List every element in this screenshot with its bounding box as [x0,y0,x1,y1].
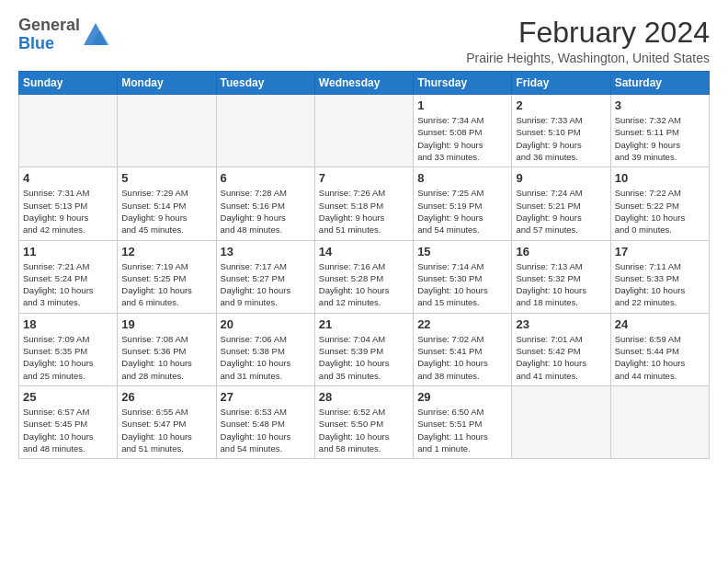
day-number: 13 [221,245,311,259]
day-number: 17 [615,245,705,259]
weekday-monday: Monday [118,72,216,95]
day-number: 10 [615,171,705,185]
day-info: Sunrise: 7:25 AMSunset: 5:19 PMDaylight:… [417,187,507,236]
logo-blue: Blue [18,34,54,52]
calendar-week-1: 1Sunrise: 7:34 AMSunset: 5:08 PMDaylight… [19,95,710,167]
day-info: Sunrise: 6:59 AMSunset: 5:44 PMDaylight:… [615,333,705,382]
calendar-cell: 26Sunrise: 6:55 AMSunset: 5:47 PMDayligh… [118,385,216,458]
day-info: Sunrise: 7:09 AMSunset: 5:35 PMDaylight:… [23,333,113,382]
calendar-cell: 19Sunrise: 7:08 AMSunset: 5:36 PMDayligh… [118,313,216,385]
calendar-cell: 28Sunrise: 6:52 AMSunset: 5:50 PMDayligh… [314,385,413,458]
day-number: 9 [516,171,606,185]
weekday-tuesday: Tuesday [216,72,314,95]
day-number: 6 [221,171,311,185]
calendar-cell: 18Sunrise: 7:09 AMSunset: 5:35 PMDayligh… [19,313,118,385]
calendar-week-2: 4Sunrise: 7:31 AMSunset: 5:13 PMDaylight… [19,167,710,240]
day-info: Sunrise: 6:52 AMSunset: 5:50 PMDaylight:… [319,406,409,454]
calendar-cell [512,385,610,458]
day-info: Sunrise: 7:28 AMSunset: 5:16 PMDaylight:… [221,187,311,236]
calendar-cell [118,95,216,167]
day-number: 14 [319,245,409,259]
calendar-cell [19,95,118,167]
weekday-thursday: Thursday [414,72,512,95]
day-info: Sunrise: 7:14 AMSunset: 5:30 PMDaylight:… [417,260,507,309]
calendar-page: General Blue February 2024 Prairie Heigh… [0,0,728,468]
day-number: 1 [417,98,507,112]
logo-text: General Blue [18,17,80,53]
day-number: 19 [121,317,211,331]
day-info: Sunrise: 7:13 AMSunset: 5:32 PMDaylight:… [516,260,606,309]
calendar-cell: 1Sunrise: 7:34 AMSunset: 5:08 PMDaylight… [414,95,512,167]
day-info: Sunrise: 7:06 AMSunset: 5:38 PMDaylight:… [221,333,311,382]
day-info: Sunrise: 7:11 AMSunset: 5:33 PMDaylight:… [615,260,705,309]
day-number: 25 [23,390,113,404]
day-number: 7 [319,171,409,185]
day-info: Sunrise: 7:08 AMSunset: 5:36 PMDaylight:… [121,333,211,382]
day-info: Sunrise: 7:17 AMSunset: 5:27 PMDaylight:… [221,260,311,309]
day-number: 16 [516,245,606,259]
day-info: Sunrise: 7:21 AMSunset: 5:24 PMDaylight:… [23,260,113,309]
day-number: 12 [121,245,211,259]
calendar-cell: 17Sunrise: 7:11 AMSunset: 5:33 PMDayligh… [610,240,709,313]
logo-icon [82,21,109,47]
day-number: 8 [417,171,507,185]
calendar-cell: 22Sunrise: 7:02 AMSunset: 5:41 PMDayligh… [414,313,512,385]
day-number: 23 [516,317,606,331]
day-info: Sunrise: 7:04 AMSunset: 5:39 PMDaylight:… [319,333,409,382]
calendar-cell: 20Sunrise: 7:06 AMSunset: 5:38 PMDayligh… [216,313,314,385]
day-info: Sunrise: 7:31 AMSunset: 5:13 PMDaylight:… [23,187,113,236]
calendar-week-5: 25Sunrise: 6:57 AMSunset: 5:45 PMDayligh… [19,385,710,458]
header: General Blue February 2024 Prairie Heigh… [18,17,710,65]
day-number: 24 [615,317,705,331]
calendar-cell: 10Sunrise: 7:22 AMSunset: 5:22 PMDayligh… [610,167,709,240]
calendar-cell: 2Sunrise: 7:33 AMSunset: 5:10 PMDaylight… [512,95,610,167]
day-number: 2 [516,98,606,112]
day-info: Sunrise: 7:26 AMSunset: 5:18 PMDaylight:… [319,187,409,236]
calendar-cell: 27Sunrise: 6:53 AMSunset: 5:48 PMDayligh… [216,385,314,458]
calendar-week-3: 11Sunrise: 7:21 AMSunset: 5:24 PMDayligh… [19,240,710,313]
calendar-cell: 13Sunrise: 7:17 AMSunset: 5:27 PMDayligh… [216,240,314,313]
day-info: Sunrise: 7:33 AMSunset: 5:10 PMDaylight:… [516,114,606,163]
calendar-cell: 23Sunrise: 7:01 AMSunset: 5:42 PMDayligh… [512,313,610,385]
calendar-cell [216,95,314,167]
day-info: Sunrise: 7:32 AMSunset: 5:11 PMDaylight:… [615,114,705,163]
day-number: 3 [615,98,705,112]
logo-general: General [18,16,80,34]
calendar-cell: 25Sunrise: 6:57 AMSunset: 5:45 PMDayligh… [19,385,118,458]
day-info: Sunrise: 7:16 AMSunset: 5:28 PMDaylight:… [319,260,409,309]
title-block: February 2024 Prairie Heights, Washingto… [466,17,710,65]
calendar-cell: 11Sunrise: 7:21 AMSunset: 5:24 PMDayligh… [19,240,118,313]
calendar-cell: 29Sunrise: 6:50 AMSunset: 5:51 PMDayligh… [414,385,512,458]
day-number: 27 [221,390,311,404]
day-info: Sunrise: 7:34 AMSunset: 5:08 PMDaylight:… [417,114,507,163]
calendar-cell [314,95,413,167]
day-info: Sunrise: 7:29 AMSunset: 5:14 PMDaylight:… [121,187,211,236]
day-info: Sunrise: 6:53 AMSunset: 5:48 PMDaylight:… [221,406,311,454]
day-info: Sunrise: 7:19 AMSunset: 5:25 PMDaylight:… [121,260,211,309]
day-number: 11 [23,245,113,259]
day-info: Sunrise: 7:02 AMSunset: 5:41 PMDaylight:… [417,333,507,382]
calendar-cell: 8Sunrise: 7:25 AMSunset: 5:19 PMDaylight… [414,167,512,240]
calendar-cell: 14Sunrise: 7:16 AMSunset: 5:28 PMDayligh… [314,240,413,313]
calendar-cell: 16Sunrise: 7:13 AMSunset: 5:32 PMDayligh… [512,240,610,313]
calendar-cell: 21Sunrise: 7:04 AMSunset: 5:39 PMDayligh… [314,313,413,385]
day-info: Sunrise: 6:55 AMSunset: 5:47 PMDaylight:… [121,406,211,454]
day-number: 29 [417,390,507,404]
day-number: 5 [121,171,211,185]
calendar-cell: 5Sunrise: 7:29 AMSunset: 5:14 PMDaylight… [118,167,216,240]
calendar-cell: 4Sunrise: 7:31 AMSunset: 5:13 PMDaylight… [19,167,118,240]
day-number: 26 [121,390,211,404]
day-info: Sunrise: 7:22 AMSunset: 5:22 PMDaylight:… [615,187,705,236]
month-title: February 2024 [466,17,710,49]
day-number: 21 [319,317,409,331]
weekday-sunday: Sunday [19,72,118,95]
day-number: 22 [417,317,507,331]
weekday-wednesday: Wednesday [314,72,413,95]
day-info: Sunrise: 6:50 AMSunset: 5:51 PMDaylight:… [417,406,507,454]
day-info: Sunrise: 7:24 AMSunset: 5:21 PMDaylight:… [516,187,606,236]
calendar-cell: 9Sunrise: 7:24 AMSunset: 5:21 PMDaylight… [512,167,610,240]
day-number: 28 [319,390,409,404]
day-number: 20 [221,317,311,331]
calendar-cell: 6Sunrise: 7:28 AMSunset: 5:16 PMDaylight… [216,167,314,240]
day-number: 18 [23,317,113,331]
